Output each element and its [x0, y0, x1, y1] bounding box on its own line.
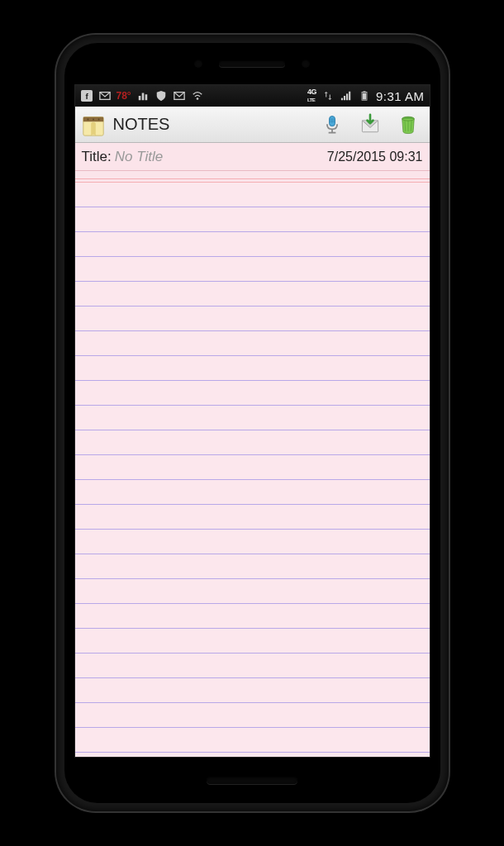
app-logo-icon [80, 112, 107, 138]
delete-button[interactable] [392, 108, 425, 141]
note-body[interactable] [75, 183, 430, 757]
svg-rect-5 [145, 94, 147, 100]
phone-chin [64, 758, 440, 803]
data-arrows-icon [321, 89, 335, 102]
app-title: NOTES [113, 115, 311, 134]
note-timestamp: 7/25/2015 09:31 [327, 150, 423, 164]
title-input[interactable] [115, 149, 327, 165]
mail-icon [98, 89, 112, 102]
title-label: Title: [82, 149, 112, 165]
status-bar: f 78° [75, 85, 430, 107]
phone-frame: f 78° [56, 35, 449, 811]
network-type-indicator: 4GLTE [307, 88, 316, 103]
svg-rect-20 [329, 116, 335, 126]
svg-rect-11 [349, 92, 350, 101]
svg-point-17 [87, 118, 88, 120]
svg-rect-13 [363, 91, 365, 93]
signal-icon [340, 89, 353, 102]
svg-point-19 [97, 118, 99, 120]
save-button[interactable] [354, 108, 387, 141]
phone-inner: f 78° [64, 43, 440, 803]
facebook-icon: f [80, 89, 93, 102]
shield-icon [155, 89, 168, 102]
mail-icon-2 [173, 89, 186, 102]
svg-rect-10 [346, 93, 348, 100]
title-row: Title: 7/25/2015 09:31 [75, 143, 430, 171]
svg-rect-4 [141, 93, 144, 101]
clock: 9:31 AM [376, 89, 425, 103]
svg-rect-14 [363, 93, 367, 100]
svg-point-18 [93, 118, 94, 120]
wifi-icon [191, 89, 204, 102]
voice-record-button[interactable] [316, 108, 349, 141]
app-bar: NOTES [75, 107, 430, 143]
svg-point-7 [196, 97, 198, 100]
svg-rect-8 [341, 98, 343, 101]
temperature-indicator: 78° [116, 90, 131, 102]
svg-rect-3 [138, 96, 140, 100]
screen: f 78° [74, 84, 430, 758]
phone-speaker-area [64, 43, 440, 84]
battery-icon [358, 89, 371, 102]
svg-rect-9 [344, 96, 345, 100]
header-rule [75, 171, 430, 179]
chart-icon [136, 89, 150, 102]
